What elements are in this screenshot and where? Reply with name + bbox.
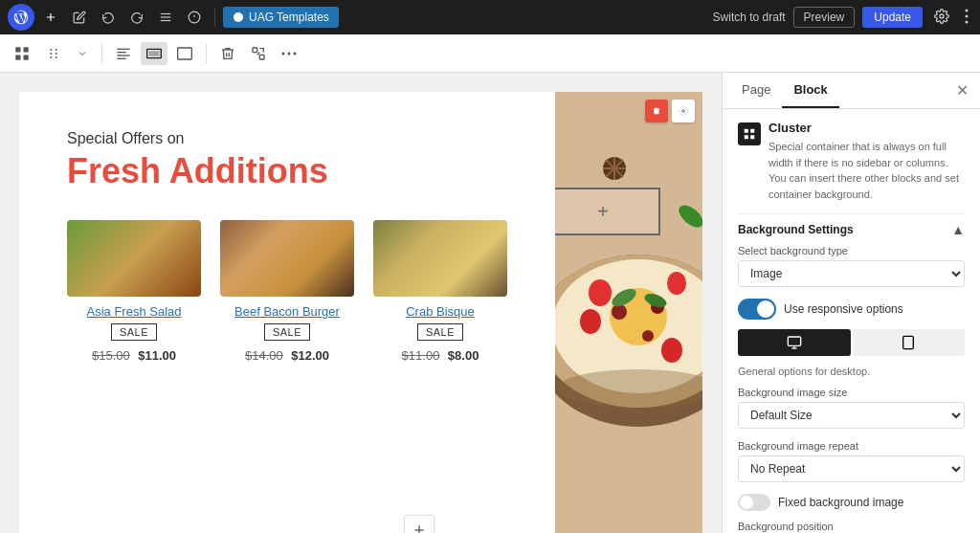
svg-point-20 xyxy=(56,56,57,58)
transform-button[interactable] xyxy=(245,42,272,65)
preview-button[interactable]: Preview xyxy=(793,7,856,28)
bg-image-repeat-select[interactable]: No Repeat Repeat Repeat-X Repeat-Y xyxy=(738,455,965,482)
salad-image xyxy=(67,220,201,297)
responsive-toggle[interactable] xyxy=(738,299,776,320)
svg-point-17 xyxy=(50,56,52,58)
redo-button[interactable] xyxy=(124,7,149,28)
bg-image-size-select[interactable]: Default Size Cover Contain Auto xyxy=(738,402,965,429)
cluster-header: Cluster Special container that is always… xyxy=(738,121,965,202)
burger-name-link[interactable]: Beef Bacon Burger xyxy=(220,304,354,319)
svg-rect-60 xyxy=(750,135,754,139)
align-left-button[interactable] xyxy=(110,42,137,65)
bg-type-select[interactable]: Image Color Gradient xyxy=(738,260,965,287)
fixed-bg-row: Fixed background image xyxy=(738,494,965,511)
burger-old-price: $14.00 xyxy=(245,348,283,363)
svg-point-6 xyxy=(234,12,243,22)
desktop-device-tab[interactable] xyxy=(738,329,851,356)
svg-point-8 xyxy=(966,9,969,11)
vertical-dots-button[interactable] xyxy=(961,5,972,31)
chevron-down-icon[interactable] xyxy=(71,44,94,63)
info-button[interactable] xyxy=(182,7,207,28)
fresh-additions-heading: Fresh Additions xyxy=(67,151,507,191)
overlay-selection-box[interactable]: + xyxy=(555,188,660,235)
svg-point-32 xyxy=(294,52,297,55)
undo-button[interactable] xyxy=(96,7,121,28)
svg-rect-14 xyxy=(24,55,29,59)
add-block-canvas-button[interactable] xyxy=(404,515,434,533)
tab-page[interactable]: Page xyxy=(730,73,782,108)
bisque-new-price: $8.00 xyxy=(448,348,479,363)
responsive-label: Use responsive options xyxy=(784,302,903,316)
settings-button[interactable] xyxy=(930,5,953,31)
svg-rect-58 xyxy=(750,129,754,133)
toggle-thumb xyxy=(757,300,774,318)
cluster-title: Cluster xyxy=(768,121,965,135)
image-actions xyxy=(645,100,695,122)
chevron-up-icon: ▲ xyxy=(951,222,965,237)
bisque-image xyxy=(373,220,507,297)
svg-rect-57 xyxy=(745,129,748,133)
add-block-topbar-button[interactable] xyxy=(38,7,63,28)
svg-point-33 xyxy=(682,110,685,113)
bg-image-size-label: Background image size xyxy=(738,387,965,398)
cluster-info: Cluster Special container that is always… xyxy=(768,121,965,202)
align-wide-button[interactable] xyxy=(141,42,167,65)
svg-point-15 xyxy=(50,49,52,51)
update-button[interactable]: Update xyxy=(862,7,923,28)
more-options-button[interactable] xyxy=(276,48,302,59)
list-view-button[interactable] xyxy=(153,7,178,28)
svg-rect-12 xyxy=(24,47,29,52)
image-settings-button[interactable] xyxy=(672,100,695,122)
delete-block-button[interactable] xyxy=(214,42,241,65)
fixed-bg-label: Fixed background image xyxy=(778,496,903,509)
svg-rect-26 xyxy=(149,51,160,56)
special-offers-text: Special Offers on xyxy=(67,130,507,147)
bg-settings-section-header[interactable]: Background Settings ▲ xyxy=(738,213,965,245)
cluster-desc: Special container that is always on full… xyxy=(768,139,965,202)
block-toolbar xyxy=(0,34,980,73)
svg-rect-22 xyxy=(117,52,125,53)
panel-tabs: Page Block ✕ xyxy=(723,73,980,109)
svg-point-39 xyxy=(589,279,612,306)
svg-point-31 xyxy=(288,52,291,55)
burger-sale-badge: SALE xyxy=(264,323,310,341)
bg-position-section: Background position Left xyxy=(738,521,965,533)
canvas-content: Special Offers on Fresh Additions Asia F… xyxy=(19,92,702,533)
tablet-device-tab[interactable] xyxy=(853,329,966,356)
product-card-burger: Beef Bacon Burger SALE $14.00 $12.00 xyxy=(220,220,354,364)
edit-button[interactable] xyxy=(67,7,92,28)
tab-block[interactable]: Block xyxy=(782,73,838,108)
product-card-bisque: Crab Bisque SALE $11.00 $8.00 xyxy=(373,220,507,364)
svg-rect-61 xyxy=(788,337,800,345)
svg-point-43 xyxy=(612,304,627,320)
bisque-sale-badge: SALE xyxy=(417,323,463,341)
top-bar: UAG Templates Switch to draft Preview Up… xyxy=(0,0,980,34)
salad-name-link[interactable]: Asia Fresh Salad xyxy=(67,304,201,319)
svg-point-45 xyxy=(642,330,654,342)
svg-point-30 xyxy=(282,52,285,55)
uag-templates-button[interactable]: UAG Templates xyxy=(223,7,339,28)
svg-rect-24 xyxy=(117,57,125,58)
delete-image-button[interactable] xyxy=(645,100,668,122)
switch-draft-button[interactable]: Switch to draft xyxy=(713,11,786,24)
products-grid: Asia Fresh Salad SALE $15.00 $11.00 Beef… xyxy=(67,220,507,364)
content-left: Special Offers on Fresh Additions Asia F… xyxy=(19,92,555,533)
separator xyxy=(101,44,102,63)
toggle-sm-thumb xyxy=(740,496,753,509)
responsive-toggle-row: Use responsive options xyxy=(738,299,965,320)
svg-point-10 xyxy=(966,20,969,23)
svg-point-19 xyxy=(56,53,57,55)
drag-handle[interactable] xyxy=(40,42,67,65)
align-full-button[interactable] xyxy=(171,42,198,65)
bg-image-size-group: Background image size Default Size Cover… xyxy=(738,387,965,429)
editor-canvas: Special Offers on Fresh Additions Asia F… xyxy=(0,73,722,533)
svg-rect-29 xyxy=(259,55,264,59)
hero-food-image xyxy=(555,92,702,533)
bisque-name-link[interactable]: Crab Bisque xyxy=(373,304,507,319)
fixed-bg-toggle[interactable] xyxy=(738,494,770,511)
cluster-block-icon xyxy=(738,122,761,145)
svg-point-40 xyxy=(580,309,601,334)
block-type-button[interactable] xyxy=(8,41,36,66)
panel-close-button[interactable]: ✕ xyxy=(952,78,972,103)
svg-rect-27 xyxy=(178,48,192,59)
